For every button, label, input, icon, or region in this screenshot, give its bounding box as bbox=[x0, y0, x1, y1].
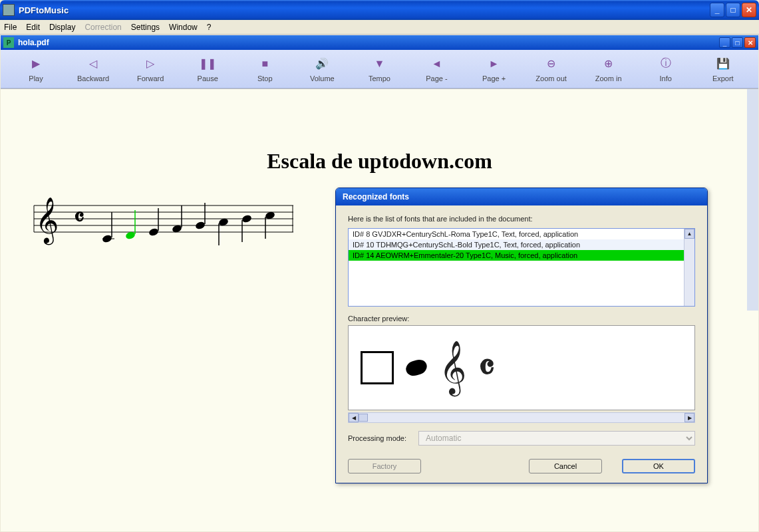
export-icon: 💾 bbox=[715, 56, 731, 72]
font-row[interactable]: ID# 10 TDHMQG+CenturySchL-Bold Type1C, T… bbox=[349, 239, 694, 250]
export-label: Export bbox=[712, 74, 734, 82]
scroll-left-icon[interactable]: ◀ bbox=[349, 413, 359, 422]
document-icon: P bbox=[3, 37, 14, 48]
page-minus-button[interactable]: ◄ Page - bbox=[413, 56, 460, 82]
stop-icon: ■ bbox=[257, 56, 273, 72]
close-button[interactable]: ✕ bbox=[742, 3, 756, 17]
vertical-scrollbar[interactable] bbox=[747, 89, 758, 311]
backward-icon: ◁ bbox=[85, 56, 101, 72]
document-heading: Escala de uptodown.com bbox=[1, 149, 758, 174]
document-title: hola.pdf bbox=[18, 38, 719, 47]
glyph-common-time-icon: 𝄴 bbox=[478, 346, 495, 390]
minimize-button[interactable]: _ bbox=[710, 3, 724, 17]
toolbar: ▶ Play ◁ Backward ▷ Forward ❚❚ Pause ■ S… bbox=[1, 50, 758, 88]
stop-label: Stop bbox=[257, 74, 273, 82]
cancel-button[interactable]: Cancel bbox=[529, 459, 602, 473]
info-icon: ⓘ bbox=[658, 56, 674, 72]
processing-mode-select[interactable]: Automatic bbox=[418, 431, 695, 446]
svg-point-14 bbox=[148, 227, 159, 237]
zoom-in-label: Zoom in bbox=[595, 74, 622, 82]
menu-correction: Correction bbox=[84, 23, 121, 32]
stop-button[interactable]: ■ Stop bbox=[241, 56, 288, 82]
listbox-scrollbar[interactable]: ▲ bbox=[684, 229, 694, 306]
document-titlebar: P hola.pdf _ □ ✕ bbox=[1, 35, 758, 50]
document-content: Escala de uptodown.com 𝄞 𝄴 bbox=[1, 88, 758, 531]
page-plus-icon: ► bbox=[486, 56, 502, 72]
info-label: Info bbox=[660, 74, 672, 82]
maximize-button[interactable]: □ bbox=[726, 3, 740, 17]
fonts-listbox[interactable]: ID# 8 GVJDXR+CenturySchL-Roma Type1C, Te… bbox=[348, 228, 695, 307]
doc-close-button[interactable]: ✕ bbox=[744, 37, 756, 48]
glyph-treble-clef-icon: 𝄞 bbox=[439, 341, 466, 395]
svg-point-18 bbox=[195, 221, 206, 230]
glyph-square-icon bbox=[361, 351, 394, 384]
backward-label: Backward bbox=[77, 74, 109, 82]
app-titlebar: PDFtoMusic _ □ ✕ bbox=[0, 0, 759, 20]
document-window: P hola.pdf _ □ ✕ ▶ Play ◁ Backward ▷ For… bbox=[1, 35, 758, 531]
pause-button[interactable]: ❚❚ Pause bbox=[184, 56, 231, 82]
scroll-thumb[interactable] bbox=[359, 414, 368, 422]
play-label: Play bbox=[29, 74, 43, 82]
volume-icon: 🔊 bbox=[314, 56, 330, 72]
svg-text:𝄴: 𝄴 bbox=[74, 204, 84, 231]
page-plus-button[interactable]: ► Page + bbox=[471, 56, 518, 82]
page-minus-icon: ◄ bbox=[428, 56, 444, 72]
menu-settings[interactable]: Settings bbox=[131, 23, 160, 32]
tempo-label: Tempo bbox=[369, 74, 390, 82]
dialog-intro: Here is the list of fonts that are inclu… bbox=[348, 215, 695, 223]
forward-icon: ▷ bbox=[142, 56, 158, 72]
info-button[interactable]: ⓘ Info bbox=[643, 56, 689, 82]
zoom-in-icon: ⊕ bbox=[601, 56, 617, 72]
char-preview-box: 𝄞 𝄴 bbox=[348, 325, 695, 410]
glyph-notehead-icon bbox=[404, 358, 428, 378]
recognized-fonts-dialog: Recognized fonts Here is the list of fon… bbox=[335, 188, 708, 483]
volume-button[interactable]: 🔊 Volume bbox=[299, 56, 345, 82]
doc-maximize-button[interactable]: □ bbox=[732, 37, 743, 48]
doc-minimize-button[interactable]: _ bbox=[719, 37, 730, 48]
export-button[interactable]: 💾 Export bbox=[700, 56, 746, 82]
backward-button[interactable]: ◁ Backward bbox=[70, 56, 116, 82]
pause-icon: ❚❚ bbox=[200, 56, 216, 72]
tempo-button[interactable]: ▼ Tempo bbox=[356, 56, 402, 82]
menu-edit[interactable]: Edit bbox=[26, 23, 40, 32]
scroll-right-icon[interactable]: ▶ bbox=[684, 413, 694, 422]
play-icon: ▶ bbox=[28, 56, 44, 72]
char-preview-label: Character preview: bbox=[348, 315, 695, 323]
menu-window[interactable]: Window bbox=[169, 23, 198, 32]
page-plus-label: Page + bbox=[482, 74, 506, 82]
processing-mode-label: Processing mode: bbox=[348, 434, 406, 442]
menubar: File Edit Display Correction Settings Wi… bbox=[0, 20, 759, 35]
preview-hscroll[interactable]: ◀ ▶ bbox=[348, 412, 695, 423]
pause-label: Pause bbox=[198, 74, 218, 82]
font-row[interactable]: ID# 8 GVJDXR+CenturySchL-Roma Type1C, Te… bbox=[349, 229, 694, 239]
zoom-in-button[interactable]: ⊕ Zoom in bbox=[585, 56, 632, 82]
ok-button[interactable]: OK bbox=[622, 459, 695, 473]
menu-help[interactable]: ? bbox=[207, 23, 212, 32]
svg-text:𝄞: 𝄞 bbox=[35, 198, 59, 245]
forward-label: Forward bbox=[137, 74, 164, 82]
factory-button[interactable]: Factory bbox=[348, 459, 421, 473]
scroll-up-icon[interactable]: ▲ bbox=[684, 229, 694, 239]
dialog-title: Recognized fonts bbox=[343, 192, 409, 201]
app-icon bbox=[3, 4, 15, 16]
zoom-out-button[interactable]: ⊖ Zoom out bbox=[528, 56, 575, 82]
tempo-icon: ▼ bbox=[371, 56, 387, 72]
play-button[interactable]: ▶ Play bbox=[13, 56, 59, 82]
music-staff: 𝄞 𝄴 bbox=[27, 192, 307, 259]
menu-file[interactable]: File bbox=[4, 23, 17, 32]
volume-label: Volume bbox=[310, 74, 335, 82]
svg-point-22 bbox=[241, 214, 252, 223]
dialog-titlebar[interactable]: Recognized fonts bbox=[336, 188, 707, 205]
font-row-selected[interactable]: ID# 14 AEOWRM+Emmentaler-20 Type1C, Musi… bbox=[349, 250, 694, 261]
page-minus-label: Page - bbox=[426, 74, 447, 82]
zoom-out-icon: ⊖ bbox=[543, 56, 559, 72]
forward-button[interactable]: ▷ Forward bbox=[127, 56, 174, 82]
app-title: PDFtoMusic bbox=[19, 5, 710, 15]
menu-display[interactable]: Display bbox=[49, 23, 75, 32]
zoom-out-label: Zoom out bbox=[535, 74, 566, 82]
